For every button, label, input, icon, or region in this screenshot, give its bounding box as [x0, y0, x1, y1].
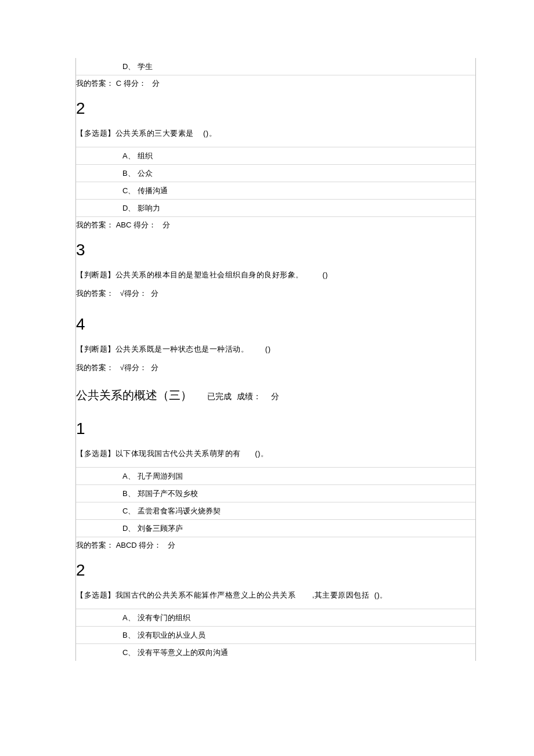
option-row: A、孔子周游列国	[76, 467, 475, 484]
option-row: D、学生	[76, 58, 475, 75]
option-letter: A	[122, 613, 128, 622]
question-number: 3	[76, 241, 475, 259]
option-punctuation: 、	[128, 489, 135, 498]
score-unit: 分	[151, 289, 158, 298]
option-letter: A	[122, 472, 128, 480]
answer-value: ABCD	[116, 541, 137, 549]
section-status: 已完成	[207, 392, 232, 401]
option-text: 郑国子产不毁乡校	[138, 489, 198, 498]
option-text: 刘备三顾茅庐	[138, 524, 183, 533]
question-number: 2	[76, 561, 475, 580]
stem-paren: ()。	[203, 129, 217, 138]
score-label: 得分：	[124, 363, 147, 372]
option-text: 没有专门的组织	[138, 613, 190, 622]
option-letter: D	[122, 62, 128, 71]
answer-label: 我的答案：	[76, 289, 114, 298]
stem-paren: ()。	[255, 449, 268, 458]
page-container: D、学生 我的答案： C 得分： 分 2 【多选题】公共关系的三大要素是 ()。…	[0, 0, 534, 756]
stem-mid: ,其主要原因包括	[312, 591, 370, 599]
section-score-label: 成绩：	[237, 392, 261, 401]
option-row: C、传播沟通	[76, 182, 475, 199]
stem-text: 【判断题】公共关系的根本目的是塑造社会组织自身的良好形象。	[76, 270, 304, 279]
answer-value: √	[120, 363, 124, 372]
option-row: A、没有专门的组织	[76, 609, 475, 626]
stem-paren: ()	[322, 270, 328, 279]
option-text: 孟尝君食客冯谖火烧券契	[138, 507, 221, 515]
answer-value: C	[116, 79, 121, 88]
question-stem: 【判断题】公共关系既是一种状态也是一种活动。 ()	[76, 344, 475, 355]
option-letter: D	[122, 204, 128, 212]
score-label: 得分：	[124, 79, 146, 88]
answer-label: 我的答案：	[76, 79, 114, 88]
my-answer-row: 我的答案： ABCD 得分： 分	[76, 537, 475, 551]
content-column: D、学生 我的答案： C 得分： 分 2 【多选题】公共关系的三大要素是 ()。…	[75, 58, 476, 661]
option-punctuation: 、	[128, 472, 135, 480]
option-punctuation: 、	[128, 631, 135, 639]
option-letter: B	[122, 169, 128, 178]
section-header: 公共关系的概述（三） 已完成 成绩： 分	[76, 388, 475, 403]
option-text: 公众	[138, 169, 153, 178]
question-number: 2	[76, 99, 475, 118]
option-punctuation: 、	[128, 62, 135, 71]
option-row: C、孟尝君食客冯谖火烧券契	[76, 502, 475, 519]
answer-label: 我的答案：	[76, 220, 114, 229]
score-unit: 分	[151, 363, 158, 372]
stem-paren: ()	[265, 345, 271, 353]
my-answer-row: 我的答案： √得分： 分	[76, 363, 475, 373]
option-letter: C	[122, 648, 128, 657]
score-label: 得分：	[134, 220, 156, 229]
option-text: 孔子周游列国	[138, 472, 183, 480]
score-label: 得分：	[124, 289, 147, 298]
stem-text: 【多选题】我国古代的公共关系不能算作严格意义上的公共关系	[76, 591, 295, 599]
option-text: 影响力	[138, 204, 160, 212]
my-answer-row: 我的答案： √得分： 分	[76, 288, 475, 299]
option-row: D、影响力	[76, 199, 475, 216]
option-punctuation: 、	[128, 648, 135, 657]
stem-text: 【多选题】公共关系的三大要素是	[76, 129, 194, 138]
question-number: 4	[76, 315, 475, 334]
question-stem: 【多选题】以下体现我国古代公共关系萌芽的有 ()。	[76, 448, 475, 459]
option-punctuation: 、	[128, 524, 135, 533]
option-punctuation: 、	[128, 151, 135, 160]
option-text: 学生	[138, 62, 153, 71]
score-label: 得分：	[139, 541, 161, 549]
my-answer-row: 我的答案： ABC 得分： 分	[76, 216, 475, 230]
option-row: A、组织	[76, 147, 475, 164]
option-text: 组织	[138, 151, 153, 160]
stem-text: 【多选题】以下体现我国古代公共关系萌芽的有	[76, 449, 241, 458]
option-letter: A	[122, 151, 128, 160]
answer-label: 我的答案：	[76, 363, 114, 372]
option-row: C、没有平等意义上的双向沟通	[76, 643, 475, 661]
option-text: 没有职业的从业人员	[138, 631, 205, 639]
question-stem: 【多选题】公共关系的三大要素是 ()。	[76, 128, 475, 139]
option-letter: B	[122, 489, 128, 498]
option-row: D、刘备三顾茅庐	[76, 519, 475, 537]
score-unit: 分	[152, 79, 160, 88]
option-row: B、郑国子产不毁乡校	[76, 484, 475, 502]
option-row: B、没有职业的从业人员	[76, 626, 475, 643]
option-punctuation: 、	[128, 204, 135, 212]
score-unit: 分	[168, 541, 175, 549]
option-letter: D	[122, 524, 128, 533]
answer-value: √	[120, 289, 124, 298]
stem-paren: ()。	[374, 591, 388, 599]
option-punctuation: 、	[128, 169, 135, 178]
option-punctuation: 、	[128, 186, 135, 195]
section-score-unit: 分	[271, 392, 279, 401]
option-text: 没有平等意义上的双向沟通	[138, 648, 228, 657]
option-letter: C	[122, 186, 128, 195]
answer-label: 我的答案：	[76, 541, 114, 549]
option-punctuation: 、	[128, 507, 135, 515]
option-text: 传播沟通	[138, 186, 168, 195]
option-letter: C	[122, 507, 128, 515]
option-letter: B	[122, 631, 128, 639]
option-punctuation: 、	[128, 613, 135, 622]
question-stem: 【多选题】我国古代的公共关系不能算作严格意义上的公共关系 ,其主要原因包括 ()…	[76, 590, 475, 601]
option-row: B、公众	[76, 164, 475, 182]
answer-value: ABC	[116, 220, 132, 229]
question-number: 1	[76, 419, 475, 438]
section-title-text: 公共关系的概述（三）	[76, 389, 192, 401]
question-stem: 【判断题】公共关系的根本目的是塑造社会组织自身的良好形象。 ()	[76, 270, 475, 280]
stem-text: 【判断题】公共关系既是一种状态也是一种活动。	[76, 345, 248, 353]
score-unit: 分	[163, 220, 170, 229]
